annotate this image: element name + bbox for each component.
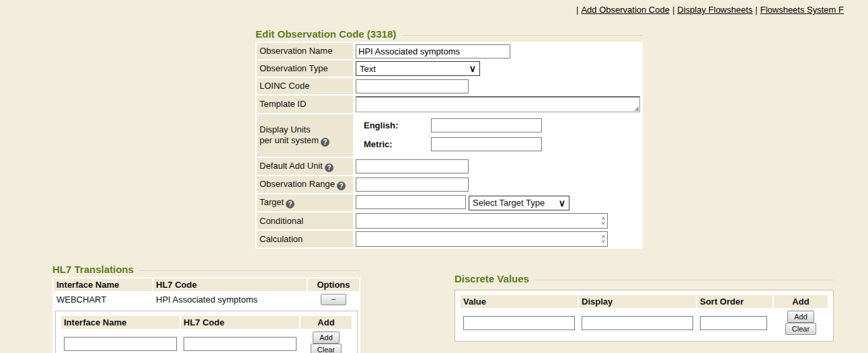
help-icon[interactable]: ?	[337, 182, 346, 190]
observation-range-input[interactable]	[356, 178, 469, 192]
hl7-add-header-interface-name: Interface Name	[61, 316, 180, 329]
hl7-add-header-add: Add	[301, 316, 352, 329]
target-label: Target?	[257, 194, 353, 211]
hl7-clear-button[interactable]: Clear	[311, 344, 342, 353]
nav-add-observation-code[interactable]: Add Observation Code	[581, 5, 670, 15]
hl7-header-code: HL7 Code	[153, 278, 307, 291]
title-rule	[139, 270, 360, 271]
hl7-add-table: Interface Name HL7 Code Add AddClear	[60, 315, 353, 353]
metric-units-input[interactable]	[431, 137, 542, 151]
hl7-interface-name-input[interactable]	[64, 337, 177, 351]
row-display-units: Display Units per unit system? English: …	[257, 114, 641, 157]
observation-name-input[interactable]	[356, 44, 510, 58]
row-loinc-code: LOINC Code	[257, 78, 641, 94]
calculation-label: Calculation	[257, 231, 353, 247]
chevron-down-icon: ∨	[559, 198, 565, 208]
remove-translation-button[interactable]: −	[321, 294, 346, 305]
loinc-code-label: LOINC Code	[257, 78, 353, 94]
metric-units-label: Metric:	[364, 139, 431, 149]
discrete-panel: Value Display Sort Order Add AddClear	[455, 290, 834, 342]
hl7-add-input-row: AddClear	[61, 330, 352, 353]
row-template-id: Template ID	[257, 95, 641, 113]
discrete-header-value: Value	[461, 295, 578, 308]
help-icon[interactable]: ?	[321, 138, 329, 147]
nav-separator: |	[672, 5, 674, 15]
row-observation-type: Observation Type Text ∨	[257, 61, 641, 77]
hl7-add-header-code: HL7 Code	[181, 316, 299, 329]
nav-separator: |	[576, 5, 578, 15]
template-id-textarea[interactable]	[356, 96, 640, 112]
hl7-header-options: Options	[308, 278, 359, 291]
nav-flowsheets-system[interactable]: Flowsheets System F	[760, 5, 844, 15]
row-default-add-unit: Default Add Unit?	[257, 158, 641, 175]
row-observation-name: Observation Name	[257, 43, 641, 59]
discrete-header-display: Display	[579, 295, 696, 308]
default-add-unit-label: Default Add Unit?	[257, 158, 353, 175]
edit-form-table: Observation Name Observation Type Text ∨…	[255, 42, 643, 249]
hl7-section-title: HL7 Translations	[52, 264, 134, 275]
row-observation-range: Observation Range?	[257, 176, 641, 193]
discrete-add-button[interactable]: Add	[787, 311, 814, 323]
observation-type-label: Observation Type	[257, 61, 353, 77]
nav-display-flowsheets[interactable]: Display Flowsheets	[677, 5, 752, 15]
hl7-add-wrap: Interface Name HL7 Code Add AddClear	[52, 308, 360, 353]
observation-range-label: Observation Range?	[257, 176, 353, 193]
hl7-row-interface-name: WEBCHART	[54, 292, 152, 307]
hl7-add-header-row: Interface Name HL7 Code Add	[61, 316, 352, 329]
observation-type-select[interactable]: Text ∨	[356, 61, 480, 76]
edit-observation-code-section: Edit Observation Code (3318) Observation…	[255, 28, 643, 249]
observation-name-label: Observation Name	[257, 43, 353, 59]
display-units-label-line2: per unit system	[260, 135, 319, 145]
discrete-clear-button[interactable]: Clear	[785, 323, 816, 335]
target-type-select[interactable]: Select Target Type ∨	[469, 196, 569, 210]
discrete-sort-order-input[interactable]	[700, 316, 767, 330]
title-rule	[535, 280, 834, 280]
template-id-label: Template ID	[257, 95, 353, 113]
hl7-code-input[interactable]	[184, 337, 297, 351]
default-add-unit-input[interactable]	[356, 159, 469, 173]
hl7-row-code: HPI Associated symptoms	[153, 292, 307, 307]
hl7-add-panel: Interface Name HL7 Code Add AddClear	[55, 311, 358, 353]
hl7-header-row: Interface Name HL7 Code Options	[54, 278, 359, 291]
discrete-input-row: AddClear	[461, 309, 828, 336]
discrete-header-sort-order: Sort Order	[697, 295, 773, 308]
discrete-header-row: Value Display Sort Order Add	[461, 295, 828, 308]
loinc-code-input[interactable]	[356, 79, 469, 93]
observation-type-selected: Text	[360, 64, 376, 74]
help-icon[interactable]: ?	[325, 163, 333, 172]
conditional-label: Conditional	[257, 212, 353, 229]
page: { "top_nav": { "separator": "|", "items"…	[0, 0, 868, 353]
calculation-input[interactable]: ˄ ˅	[356, 231, 608, 247]
row-conditional: Conditional ˄ ˅	[257, 212, 641, 229]
discrete-value-input[interactable]	[463, 316, 575, 330]
top-nav: |Add Observation Code|Display Flowsheets…	[574, 5, 844, 15]
nav-separator: |	[755, 5, 757, 15]
row-target: Target? Select Target Type ∨	[257, 194, 641, 211]
discrete-display-input[interactable]	[582, 316, 693, 330]
row-calculation: Calculation ˄ ˅	[257, 231, 641, 247]
target-input[interactable]	[356, 195, 466, 209]
conditional-input[interactable]: ˄ ˅	[356, 213, 608, 229]
hl7-table: Interface Name HL7 Code Options WEBCHART…	[52, 277, 360, 308]
english-units-input[interactable]	[431, 118, 542, 132]
discrete-header-add: Add	[774, 295, 828, 308]
observation-range-label-text: Observation Range	[260, 179, 335, 189]
table-row: WEBCHART HPI Associated symptoms −	[54, 292, 359, 307]
discrete-values-section: Discrete Values Value Display Sort Order…	[455, 273, 834, 342]
spinner-down-icon[interactable]: ˅	[602, 239, 605, 244]
help-icon[interactable]: ?	[286, 200, 294, 208]
discrete-table: Value Display Sort Order Add AddClear	[459, 294, 829, 338]
spinner-down-icon[interactable]: ˅	[602, 221, 605, 226]
title-rule	[401, 35, 643, 36]
default-add-unit-label-text: Default Add Unit	[260, 161, 323, 171]
english-units-label: English:	[364, 120, 431, 130]
discrete-section-title: Discrete Values	[455, 273, 529, 284]
page-title: Edit Observation Code (3318)	[255, 28, 396, 40]
chevron-down-icon: ∨	[469, 64, 476, 73]
hl7-header-interface-name: Interface Name	[54, 278, 152, 291]
hl7-translations-section: HL7 Translations Interface Name HL7 Code…	[52, 264, 360, 353]
resize-handle-icon[interactable]	[634, 106, 639, 111]
display-units-label-line1: Display Units	[260, 124, 311, 134]
hl7-add-button[interactable]: Add	[313, 331, 340, 344]
target-label-text: Target	[260, 197, 284, 207]
